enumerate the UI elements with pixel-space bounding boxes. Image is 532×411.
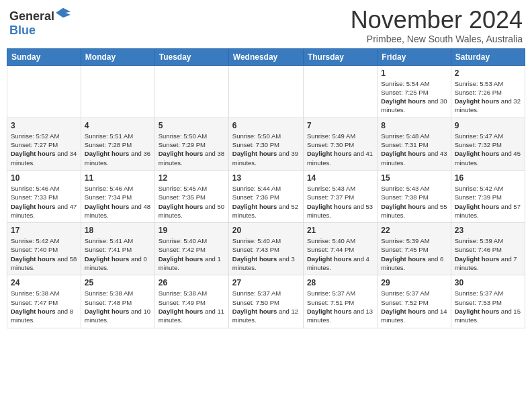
calendar-cell: 30Sunrise: 5:37 AMSunset: 7:53 PMDayligh… [451, 275, 525, 328]
day-info: Sunrise: 5:53 AMSunset: 7:26 PMDaylight … [455, 79, 521, 115]
calendar-cell: 11Sunrise: 5:46 AMSunset: 7:34 PMDayligh… [81, 170, 154, 222]
day-info: Sunrise: 5:38 AMSunset: 7:49 PMDaylight … [159, 289, 225, 324]
day-info: Sunrise: 5:51 AMSunset: 7:28 PMDaylight … [85, 132, 151, 167]
calendar-cell [7, 65, 81, 118]
calendar-week-row: 10Sunrise: 5:46 AMSunset: 7:33 PMDayligh… [7, 170, 525, 222]
svg-marker-0 [56, 8, 71, 18]
calendar-cell: 21Sunrise: 5:40 AMSunset: 7:44 PMDayligh… [303, 223, 377, 275]
day-number: 5 [159, 121, 225, 130]
calendar-week-row: 17Sunrise: 5:42 AMSunset: 7:40 PMDayligh… [7, 223, 525, 275]
day-number: 17 [11, 226, 77, 235]
calendar-cell: 5Sunrise: 5:50 AMSunset: 7:29 PMDaylight… [154, 118, 228, 170]
day-info: Sunrise: 5:37 AMSunset: 7:52 PMDaylight … [381, 289, 447, 324]
calendar-cell: 9Sunrise: 5:47 AMSunset: 7:32 PMDaylight… [451, 118, 525, 170]
day-info: Sunrise: 5:40 AMSunset: 7:42 PMDaylight … [159, 236, 225, 272]
day-info: Sunrise: 5:43 AMSunset: 7:37 PMDaylight … [307, 184, 373, 220]
day-info: Sunrise: 5:42 AMSunset: 7:40 PMDaylight … [11, 236, 77, 272]
calendar-cell: 3Sunrise: 5:52 AMSunset: 7:27 PMDaylight… [7, 118, 81, 170]
day-info: Sunrise: 5:43 AMSunset: 7:38 PMDaylight … [381, 184, 447, 220]
calendar-cell: 4Sunrise: 5:51 AMSunset: 7:28 PMDaylight… [81, 118, 154, 170]
weekday-header-tuesday: Tuesday [154, 48, 228, 65]
day-info: Sunrise: 5:38 AMSunset: 7:48 PMDaylight … [85, 289, 151, 324]
day-number: 14 [307, 173, 373, 183]
day-number: 6 [232, 121, 300, 130]
calendar-cell: 28Sunrise: 5:37 AMSunset: 7:51 PMDayligh… [303, 275, 377, 328]
calendar-table: SundayMondayTuesdayWednesdayThursdayFrid… [7, 48, 525, 328]
day-info: Sunrise: 5:39 AMSunset: 7:45 PMDaylight … [381, 236, 447, 272]
day-info: Sunrise: 5:54 AMSunset: 7:25 PMDaylight … [381, 79, 447, 115]
day-number: 8 [381, 121, 447, 130]
day-number: 3 [11, 121, 77, 130]
calendar-week-row: 1Sunrise: 5:54 AMSunset: 7:25 PMDaylight… [7, 65, 525, 118]
calendar-cell: 16Sunrise: 5:42 AMSunset: 7:39 PMDayligh… [451, 170, 525, 222]
day-info: Sunrise: 5:50 AMSunset: 7:30 PMDaylight … [232, 132, 300, 167]
title-block: November 2024 Primbee, New South Wales, … [351, 7, 523, 44]
day-number: 22 [381, 226, 447, 235]
logo-text-blue: Blue [9, 24, 36, 37]
calendar-cell: 10Sunrise: 5:46 AMSunset: 7:33 PMDayligh… [7, 170, 81, 222]
day-number: 27 [232, 278, 300, 287]
calendar-cell: 26Sunrise: 5:38 AMSunset: 7:49 PMDayligh… [154, 275, 228, 328]
weekday-header-thursday: Thursday [303, 48, 377, 65]
day-number: 15 [381, 173, 447, 183]
calendar-cell: 2Sunrise: 5:53 AMSunset: 7:26 PMDaylight… [451, 65, 525, 118]
day-number: 13 [232, 173, 300, 183]
day-number: 30 [455, 278, 521, 287]
day-info: Sunrise: 5:49 AMSunset: 7:30 PMDaylight … [307, 132, 373, 167]
day-info: Sunrise: 5:40 AMSunset: 7:44 PMDaylight … [307, 236, 373, 272]
day-info: Sunrise: 5:42 AMSunset: 7:39 PMDaylight … [455, 184, 521, 220]
day-info: Sunrise: 5:41 AMSunset: 7:41 PMDaylight … [85, 236, 151, 272]
calendar-cell [228, 65, 303, 118]
calendar-week-row: 3Sunrise: 5:52 AMSunset: 7:27 PMDaylight… [7, 118, 525, 170]
day-info: Sunrise: 5:52 AMSunset: 7:27 PMDaylight … [11, 132, 77, 167]
day-number: 19 [159, 226, 225, 235]
calendar-cell: 13Sunrise: 5:44 AMSunset: 7:36 PMDayligh… [228, 170, 303, 222]
day-info: Sunrise: 5:38 AMSunset: 7:47 PMDaylight … [11, 289, 77, 324]
day-info: Sunrise: 5:46 AMSunset: 7:33 PMDaylight … [11, 184, 77, 220]
logo: General Blue [9, 9, 71, 38]
calendar-cell: 25Sunrise: 5:38 AMSunset: 7:48 PMDayligh… [81, 275, 154, 328]
calendar-header-row: SundayMondayTuesdayWednesdayThursdayFrid… [7, 48, 525, 65]
day-info: Sunrise: 5:37 AMSunset: 7:50 PMDaylight … [232, 289, 300, 324]
day-info: Sunrise: 5:45 AMSunset: 7:35 PMDaylight … [159, 184, 225, 220]
calendar-cell: 24Sunrise: 5:38 AMSunset: 7:47 PMDayligh… [7, 275, 81, 328]
weekday-header-wednesday: Wednesday [228, 48, 303, 65]
day-number: 10 [11, 173, 77, 183]
day-number: 16 [455, 173, 521, 183]
day-info: Sunrise: 5:47 AMSunset: 7:32 PMDaylight … [455, 132, 521, 167]
day-info: Sunrise: 5:37 AMSunset: 7:53 PMDaylight … [455, 289, 521, 324]
calendar-cell [81, 65, 154, 118]
day-number: 24 [11, 278, 77, 287]
weekday-header-sunday: Sunday [7, 48, 81, 65]
day-info: Sunrise: 5:50 AMSunset: 7:29 PMDaylight … [159, 132, 225, 167]
calendar-cell: 23Sunrise: 5:39 AMSunset: 7:46 PMDayligh… [451, 223, 525, 275]
day-number: 11 [85, 173, 151, 183]
day-info: Sunrise: 5:39 AMSunset: 7:46 PMDaylight … [455, 236, 521, 272]
calendar-cell: 20Sunrise: 5:40 AMSunset: 7:43 PMDayligh… [228, 223, 303, 275]
calendar-cell: 14Sunrise: 5:43 AMSunset: 7:37 PMDayligh… [303, 170, 377, 222]
calendar-cell: 12Sunrise: 5:45 AMSunset: 7:35 PMDayligh… [154, 170, 228, 222]
calendar-cell: 27Sunrise: 5:37 AMSunset: 7:50 PMDayligh… [228, 275, 303, 328]
day-number: 28 [307, 278, 373, 287]
day-info: Sunrise: 5:46 AMSunset: 7:34 PMDaylight … [85, 184, 151, 220]
calendar-cell: 6Sunrise: 5:50 AMSunset: 7:30 PMDaylight… [228, 118, 303, 170]
day-info: Sunrise: 5:40 AMSunset: 7:43 PMDaylight … [232, 236, 300, 272]
day-number: 2 [455, 68, 521, 78]
day-info: Sunrise: 5:48 AMSunset: 7:31 PMDaylight … [381, 132, 447, 167]
calendar-cell: 29Sunrise: 5:37 AMSunset: 7:52 PMDayligh… [378, 275, 451, 328]
day-info: Sunrise: 5:44 AMSunset: 7:36 PMDaylight … [232, 184, 300, 220]
page-header: General Blue November 2024 Primbee, New … [7, 7, 525, 44]
calendar-week-row: 24Sunrise: 5:38 AMSunset: 7:47 PMDayligh… [7, 275, 525, 328]
day-number: 29 [381, 278, 447, 287]
logo-bird-icon [56, 5, 71, 20]
month-title: November 2024 [351, 7, 523, 34]
calendar-cell: 8Sunrise: 5:48 AMSunset: 7:31 PMDaylight… [378, 118, 451, 170]
day-number: 4 [85, 121, 151, 130]
location-title: Primbee, New South Wales, Australia [351, 34, 523, 44]
weekday-header-friday: Friday [378, 48, 451, 65]
calendar-cell [154, 65, 228, 118]
day-info: Sunrise: 5:37 AMSunset: 7:51 PMDaylight … [307, 289, 373, 324]
day-number: 12 [159, 173, 225, 183]
day-number: 7 [307, 121, 373, 130]
day-number: 20 [232, 226, 300, 235]
